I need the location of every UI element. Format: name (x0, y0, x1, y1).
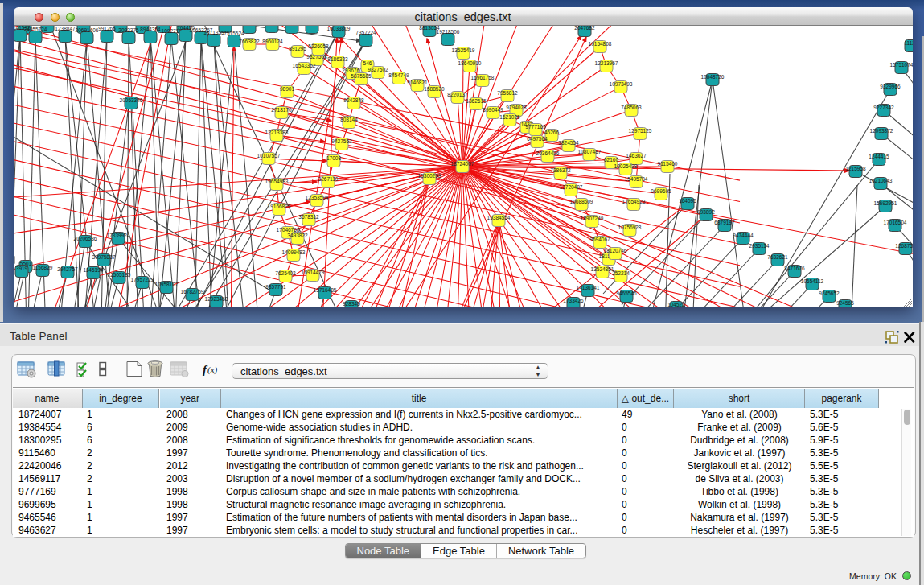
svg-text:8960124: 8960124 (262, 39, 283, 44)
svg-text:1244415: 1244415 (869, 154, 889, 159)
svg-text:1156829: 1156829 (33, 265, 53, 270)
svg-text:7663822: 7663822 (239, 39, 260, 44)
svg-text:0699695: 0699695 (651, 188, 671, 194)
svg-text:803144: 803144 (340, 117, 358, 122)
svg-text:9329966: 9329966 (880, 84, 901, 89)
svg-text:1621025: 1621025 (499, 114, 520, 120)
svg-text:18640910: 18640910 (458, 60, 482, 66)
svg-text:891295: 891295 (289, 46, 306, 51)
svg-text:3493822: 3493822 (287, 233, 308, 238)
svg-text:9857791: 9857791 (265, 284, 286, 290)
svg-text:10648726: 10648726 (701, 74, 725, 80)
svg-text:1463627: 1463627 (626, 153, 647, 159)
svg-text:9794028: 9794028 (506, 105, 527, 110)
svg-text:19218506: 19218506 (437, 29, 460, 35)
svg-text:8220137: 8220137 (447, 92, 468, 97)
svg-text:12213967: 12213967 (595, 60, 618, 66)
svg-text:15751074: 15751074 (890, 62, 913, 68)
svg-text:5226058: 5226058 (308, 43, 329, 49)
svg-text:924565: 924565 (836, 300, 854, 306)
svg-text:8990449: 8990449 (483, 107, 503, 113)
svg-text:15692951: 15692951 (874, 200, 897, 206)
svg-text:3578312: 3578312 (298, 214, 319, 220)
svg-text:6497564: 6497564 (527, 136, 548, 142)
svg-text:164095: 164095 (679, 198, 696, 204)
svg-text:2718170: 2718170 (271, 107, 292, 113)
svg-text:14099483: 14099483 (282, 249, 306, 255)
svg-text:20364436: 20364436 (536, 150, 560, 156)
svg-text:9327502: 9327502 (368, 67, 388, 72)
svg-text:1238847: 1238847 (55, 26, 76, 31)
svg-text:9242848: 9242848 (343, 97, 364, 103)
svg-text:20053346: 20053346 (120, 97, 143, 103)
svg-text:7515524: 7515524 (224, 31, 244, 36)
svg-text:2935114: 2935114 (749, 243, 770, 249)
svg-text:546: 546 (363, 60, 372, 66)
svg-text:7955812: 7955812 (497, 90, 518, 96)
svg-text:10807487: 10807487 (578, 149, 602, 154)
svg-text:13720407: 13720407 (560, 184, 583, 190)
svg-text:12975125: 12975125 (629, 128, 652, 134)
svg-text:16033809: 16033809 (327, 26, 351, 31)
svg-text:9115460: 9115460 (658, 161, 678, 167)
svg-text:9474444: 9474444 (733, 233, 754, 238)
svg-text:19654983: 19654983 (265, 179, 289, 184)
svg-text:15495784: 15495784 (625, 176, 648, 182)
svg-text:11121: 11121 (904, 40, 912, 46)
svg-text:9427552: 9427552 (331, 138, 352, 144)
svg-text:7357224: 7357224 (355, 30, 376, 35)
svg-text:13524851: 13524851 (591, 266, 614, 272)
svg-text:12353594: 12353594 (306, 195, 329, 200)
svg-text:17016504: 17016504 (884, 220, 907, 225)
svg-text:2936760: 2936760 (342, 68, 363, 73)
svg-text:13716485: 13716485 (314, 287, 337, 293)
svg-text:9245652: 9245652 (819, 290, 840, 296)
svg-text:8471676: 8471676 (784, 266, 805, 271)
svg-text:9227342: 9227342 (873, 105, 894, 110)
svg-text:893892: 893892 (697, 209, 715, 215)
svg-text:10756928: 10756928 (618, 225, 642, 230)
svg-text:10654112: 10654112 (801, 278, 824, 284)
svg-text:7632621: 7632621 (767, 254, 788, 260)
svg-text:1671355: 1671355 (203, 30, 224, 35)
svg-text:1362615: 1362615 (466, 98, 487, 104)
svg-text:252214: 252214 (612, 270, 630, 276)
svg-text:1268753: 1268753 (895, 243, 912, 249)
svg-text:7386372: 7386372 (550, 167, 571, 173)
svg-text:928345: 928345 (343, 301, 360, 307)
svg-text:15300293: 15300293 (418, 173, 441, 179)
svg-text:3267110: 3267110 (318, 176, 339, 182)
svg-text:13525419: 13525419 (452, 47, 475, 53)
svg-text:17046766: 17046766 (277, 227, 300, 233)
svg-text:17957223: 17957223 (131, 277, 154, 282)
svg-text:17339924: 17339924 (107, 233, 130, 238)
svg-text:9146821: 9146821 (407, 80, 428, 85)
svg-text:3824554: 3824554 (558, 140, 579, 146)
svg-text:98901: 98901 (280, 86, 294, 92)
svg-text:1215958: 1215958 (845, 166, 866, 171)
svg-text:(x): (x) (207, 365, 218, 375)
svg-text:2047682: 2047682 (574, 26, 595, 31)
svg-text:62160: 62160 (604, 157, 618, 163)
svg-text:10107557: 10107557 (257, 153, 281, 159)
svg-text:7485063: 7485063 (621, 105, 642, 110)
svg-text:2942757: 2942757 (57, 266, 78, 272)
svg-text:10958107: 10958107 (155, 282, 179, 287)
svg-text:9465546: 9465546 (616, 290, 637, 296)
svg-text:3919: 3919 (16, 266, 28, 271)
svg-text:17008: 17008 (326, 155, 341, 161)
svg-text:20691406: 20691406 (76, 27, 99, 33)
svg-text:24055724: 24055724 (24, 27, 47, 32)
svg-text:1733426: 1733426 (563, 298, 584, 303)
svg-text:10154808: 10154808 (589, 41, 612, 47)
svg-text:46266: 46266 (544, 130, 559, 135)
svg-text:9777169: 9777169 (525, 124, 546, 130)
svg-text:17654923: 17654923 (622, 199, 646, 204)
svg-text:12505185: 12505185 (108, 272, 131, 278)
svg-text:19384554: 19384554 (487, 215, 511, 220)
svg-text:12923468: 12923468 (205, 296, 228, 302)
svg-text:10025438: 10025438 (614, 163, 638, 169)
svg-text:16782759: 16782759 (181, 289, 204, 295)
svg-text:20206536: 20206536 (74, 236, 97, 241)
svg-text:12093872: 12093872 (870, 128, 893, 134)
